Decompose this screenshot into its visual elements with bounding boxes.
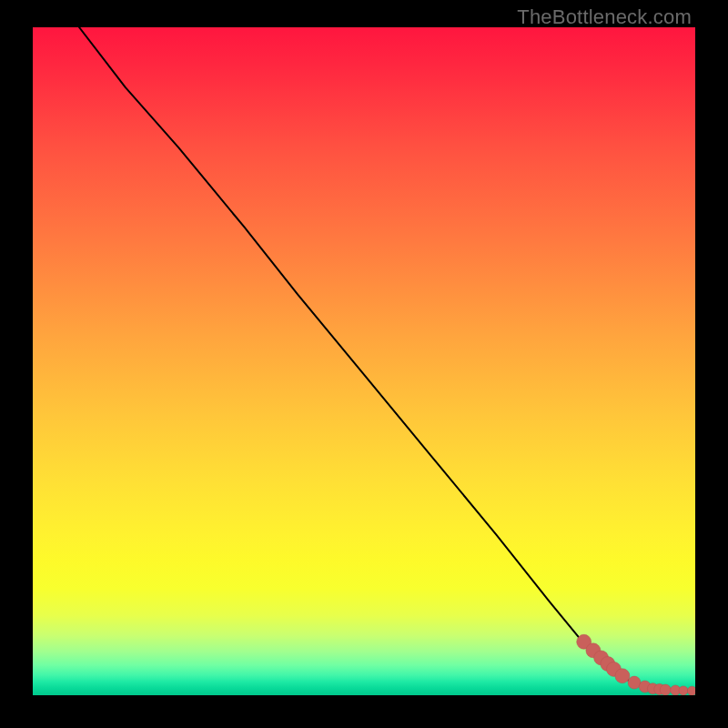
- curve-path: [79, 27, 695, 692]
- plot-area: [33, 27, 695, 695]
- chart-frame: TheBottleneck.com: [0, 0, 728, 728]
- data-point: [687, 686, 695, 695]
- data-markers: [577, 634, 695, 695]
- data-point: [628, 676, 641, 689]
- curve-line: [79, 27, 695, 692]
- data-point: [660, 684, 671, 695]
- watermark-text: TheBottleneck.com: [517, 5, 692, 29]
- data-point: [679, 686, 688, 695]
- chart-overlay: [33, 27, 695, 695]
- data-point: [615, 669, 630, 683]
